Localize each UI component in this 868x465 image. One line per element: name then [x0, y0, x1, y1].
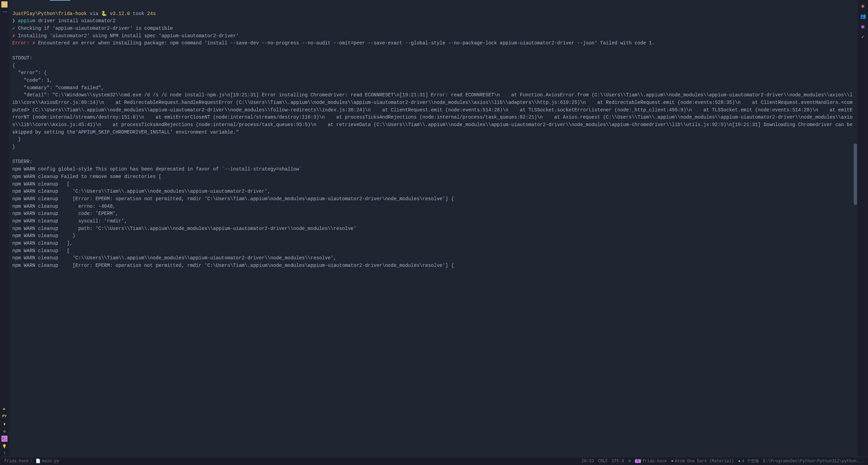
env-name: frida-hook — [642, 459, 667, 464]
settings-icon[interactable]: ⚙ — [628, 459, 631, 464]
checklist-icon[interactable]: ✓ — [860, 33, 866, 40]
stderr-line: npm WARN cleanup [ — [12, 181, 70, 187]
terminal-output[interactable]: JustPlay\Python\frida-hook via 🐍 v3.12.0… — [9, 0, 858, 457]
stdout-label: STDOUT: — [12, 55, 32, 61]
stderr-line: npm WARN config global-style This option… — [12, 166, 302, 172]
right-tool-bar: ◉ 👥 ▦ ✓ — [858, 0, 868, 457]
debug-icon[interactable]: 💡 — [1, 443, 8, 449]
stderr-line: npm WARN cleanup } — [12, 233, 75, 238]
indent-indicator[interactable]: ● 4 个空格 — [738, 458, 759, 464]
breadcrumb-file: main.py — [42, 459, 59, 464]
breadcrumb-sep: 〉 — [30, 458, 34, 464]
line-error: Encountered an error when installing pac… — [38, 40, 655, 46]
branch-icon[interactable]: ᛘ — [1, 451, 8, 457]
grid-icon[interactable]: ▦ — [860, 23, 866, 29]
prompt-took-time: 24s — [147, 11, 156, 16]
encoding-indicator[interactable]: UTF-8 — [612, 459, 624, 464]
status-bar: frida-hook 〉 📄 main.py 20:33 CRLF UTF-8 … — [0, 457, 868, 465]
indent-value: 4 个空格 — [742, 458, 759, 464]
gear-icon[interactable]: ⚙ — [1, 428, 8, 434]
error-label: Error: — [12, 40, 29, 46]
interpreter-path[interactable]: E:\ProgramsDev\Python\Python312\python..… — [763, 459, 864, 464]
stdout-body: { "error": { "code": 1, "summary": "comm… — [12, 63, 855, 150]
more-icon[interactable]: ••• — [1, 9, 8, 15]
prompt-took-label: took — [133, 11, 144, 16]
eol-indicator[interactable]: CRLF — [598, 459, 608, 464]
scrollbar-thumb[interactable] — [854, 143, 857, 205]
folder-icon[interactable] — [1, 1, 8, 8]
cross-icon: ✗ — [12, 33, 15, 39]
line-install: Installing 'uiautomator2' using NPM inst… — [18, 33, 239, 39]
stderr-line: npm WARN cleanup 'C:\\Users\\Tiam\\.appi… — [12, 255, 336, 261]
status-bar-left: frida-hook 〉 📄 main.py — [4, 458, 59, 464]
file-icon: 📄 — [35, 459, 41, 464]
left-activity-bar: ••• ▶ PY ▮ ⚙ >_ 💡 ᛘ — [0, 0, 9, 457]
cross-icon-2: ✗ — [32, 40, 35, 46]
heart-icon: ❤ — [671, 459, 673, 464]
stderr-line: npm WARN cleanup [Error: EPERM: operatio… — [12, 196, 454, 202]
theme-indicator[interactable]: ❤ Atom One Dark (Material) — [671, 459, 734, 464]
copilot-icon[interactable]: 👥 — [860, 13, 866, 19]
line-check: Checking if 'appium-uiautomator2-driver'… — [18, 26, 173, 31]
command-exe: appium — [18, 18, 35, 24]
prompt-via-label: via — [90, 11, 98, 16]
python-snake-icon: 🐍 — [101, 11, 107, 16]
check-icon: ✓ — [12, 26, 15, 31]
reddit-icon[interactable]: ◉ — [860, 3, 866, 9]
stderr-line: npm WARN cleanup ], — [12, 241, 72, 246]
terminal-panel: JustPlay\Python\frida-hook via 🐍 v3.12.0… — [9, 0, 858, 457]
stderr-line: npm WARN cleanup errno: -4048, — [12, 204, 115, 209]
cursor-position[interactable]: 20:33 — [582, 459, 594, 464]
breadcrumb[interactable]: frida-hook 〉 📄 main.py — [4, 458, 59, 464]
status-bar-right: 20:33 CRLF UTF-8 ⚙ 5 frida-hook ❤ Atom O… — [582, 458, 864, 464]
stderr-line: npm WARN cleanup path: 'C:\\Users\\Tiam\… — [12, 226, 356, 231]
stderr-line: npm WARN cleanup code: 'EPERM', — [12, 211, 118, 216]
stderr-label: STDERR: — [12, 159, 32, 164]
theme-name: Atom One Dark (Material) — [675, 459, 734, 464]
stderr-line: npm WARN cleanup syscall: 'rmdir', — [12, 218, 127, 224]
stderr-line: npm WARN cleanup 'C:\\Users\\Tiam\\.appi… — [12, 189, 270, 194]
prompt-symbol: ❯ — [12, 18, 15, 24]
main-area: ••• ▶ PY ▮ ⚙ >_ 💡 ᛘ JustPlay\Python\frid… — [0, 0, 868, 457]
folder2-icon[interactable]: ▮ — [1, 421, 8, 427]
dot-icon: ● — [738, 459, 740, 464]
prompt-path: JustPlay\Python\frida-hook — [12, 11, 87, 16]
breadcrumb-root: frida-hook — [4, 459, 29, 464]
stderr-line: npm WARN cleanup [Error: EPERM: operatio… — [12, 263, 454, 268]
stderr-line: npm WARN cleanup Failed to remove some d… — [12, 174, 161, 179]
command-args: driver install uiautomator2 — [38, 18, 116, 24]
stderr-line: npm WARN cleanup [ — [12, 248, 70, 254]
play-icon[interactable]: ▶ — [1, 406, 8, 412]
env-badge: 5 — [635, 459, 641, 463]
env-indicator[interactable]: 5 frida-hook — [635, 459, 667, 464]
terminal-icon[interactable]: >_ — [1, 436, 8, 442]
python-icon[interactable]: PY — [1, 413, 8, 419]
prompt-version: v3.12.0 — [110, 11, 130, 16]
